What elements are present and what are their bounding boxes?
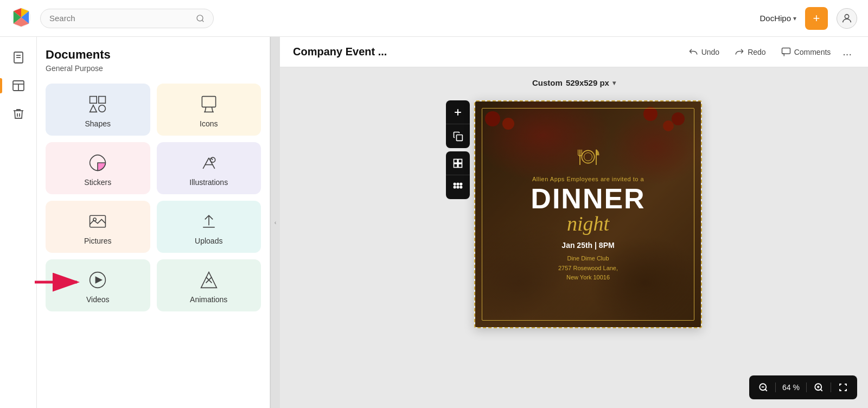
search-input[interactable] — [49, 14, 192, 23]
dots-view-button[interactable] — [446, 175, 470, 199]
svg-rect-29 — [782, 48, 790, 54]
logo[interactable] — [11, 7, 31, 30]
sidebar-item-trash[interactable] — [7, 102, 30, 126]
illustrations-label: Illustrations — [189, 178, 228, 187]
svg-rect-35 — [454, 163, 458, 167]
search-box[interactable] — [40, 9, 214, 28]
main-layout: Documents General Purpose Shapes — [0, 37, 868, 408]
zoom-in-icon — [814, 382, 824, 392]
add-element-button[interactable] — [446, 100, 470, 124]
invite-text: Allien Apps Employees are invited to a — [532, 176, 644, 182]
zoom-divider — [775, 382, 776, 392]
icons-card[interactable]: Icons — [157, 84, 261, 136]
svg-rect-34 — [458, 159, 462, 163]
svg-rect-10 — [99, 97, 106, 104]
header: DocHipo ▾ + — [0, 0, 868, 37]
svg-point-12 — [99, 105, 106, 112]
pictures-icon — [88, 212, 107, 231]
canvas-controls — [446, 100, 470, 199]
svg-rect-40 — [454, 186, 456, 188]
utensil-decoration — [575, 146, 602, 171]
svg-rect-13 — [202, 97, 215, 107]
pictures-card[interactable]: Pictures — [46, 201, 150, 253]
svg-line-51 — [765, 389, 767, 391]
shapes-label: Shapes — [85, 119, 111, 128]
shapes-icon — [88, 94, 107, 114]
svg-rect-38 — [457, 183, 458, 185]
grid-icon — [452, 158, 463, 169]
videos-card[interactable]: Videos — [46, 259, 150, 311]
zoom-bar: 64 % — [749, 375, 857, 399]
svg-point-2 — [845, 14, 848, 18]
trash-icon — [12, 107, 25, 120]
size-indicator[interactable]: Custom 529x529 px ▾ — [532, 78, 616, 87]
svg-rect-39 — [460, 183, 462, 185]
fullscreen-icon — [838, 382, 848, 392]
undo-button[interactable]: Undo — [682, 44, 726, 60]
panel-subtitle: General Purpose — [46, 64, 261, 73]
zoom-in-button[interactable] — [811, 380, 826, 395]
icon-sidebar — [0, 37, 37, 408]
svg-marker-11 — [90, 105, 97, 112]
user-avatar[interactable] — [837, 8, 857, 29]
svg-point-46 — [582, 151, 594, 163]
redo-button[interactable]: Redo — [728, 44, 772, 60]
animations-label: Animations — [190, 295, 227, 304]
sidebar-item-templates[interactable] — [7, 74, 30, 98]
stickers-card[interactable]: Stickers — [46, 142, 150, 194]
canvas-toolbar: Company Event ... Undo Redo — [280, 37, 868, 67]
icons-icon — [199, 94, 219, 114]
pictures-label: Pictures — [84, 237, 112, 245]
svg-point-1 — [197, 15, 203, 21]
svg-point-21 — [93, 218, 96, 221]
template-icon — [12, 79, 25, 92]
zoom-divider-2 — [806, 382, 807, 392]
fullscreen-button[interactable] — [835, 380, 851, 395]
grid-view-button[interactable] — [446, 151, 470, 175]
svg-line-16 — [209, 158, 215, 169]
document-title: Company Event ... — [293, 46, 387, 58]
svg-line-55 — [820, 389, 822, 391]
canvas-area: Company Event ... Undo Redo — [280, 37, 868, 408]
night-subheading: night — [567, 213, 609, 235]
svg-rect-9 — [90, 97, 97, 104]
zoom-out-button[interactable] — [756, 380, 771, 395]
uploads-card[interactable]: Uploads — [157, 201, 261, 253]
canvas-content: Custom 529x529 px ▾ — [280, 67, 868, 408]
stickers-label: Stickers — [84, 178, 111, 187]
svg-rect-37 — [454, 183, 456, 185]
dinner-heading: DINNER — [531, 184, 645, 213]
svg-rect-41 — [457, 186, 458, 188]
card-grid: Shapes Icons Stickers — [46, 84, 261, 311]
svg-marker-23 — [96, 277, 102, 283]
illustrations-icon — [199, 153, 219, 173]
svg-line-19 — [210, 158, 213, 160]
svg-rect-33 — [454, 159, 458, 163]
venue-info: Dine Dime Club 2757 Rosewood Lane, New Y… — [558, 254, 618, 283]
add-button[interactable]: + — [805, 7, 828, 30]
canvas-text-content: Allien Apps Employees are invited to a D… — [475, 101, 701, 327]
dochipo-menu[interactable]: DocHipo ▾ — [760, 14, 796, 23]
more-options-button[interactable]: ... — [839, 42, 855, 61]
layout-controls — [446, 151, 470, 199]
comments-button[interactable]: Comments — [775, 44, 838, 60]
videos-label: Videos — [86, 295, 110, 304]
canvas-with-controls: Allien Apps Employees are invited to a D… — [446, 100, 702, 328]
zoom-value: 64 % — [780, 383, 802, 392]
illustrations-card[interactable]: Illustrations — [157, 142, 261, 194]
design-canvas[interactable]: Allien Apps Employees are invited to a D… — [474, 100, 702, 328]
uploads-icon — [199, 212, 219, 231]
copy-element-button[interactable] — [446, 124, 470, 148]
undo-icon — [688, 47, 698, 57]
zoom-divider-3 — [831, 382, 831, 392]
redo-icon — [735, 47, 744, 57]
panel-collapse-handle[interactable]: ‹ — [270, 37, 280, 408]
stickers-icon — [88, 153, 107, 173]
animations-card[interactable]: Animations — [157, 259, 261, 311]
shapes-card[interactable]: Shapes — [46, 84, 150, 136]
sidebar-item-documents[interactable] — [7, 46, 30, 69]
user-icon — [841, 12, 853, 24]
search-icon — [196, 14, 205, 23]
svg-point-47 — [584, 153, 592, 161]
svg-line-15 — [203, 158, 209, 169]
